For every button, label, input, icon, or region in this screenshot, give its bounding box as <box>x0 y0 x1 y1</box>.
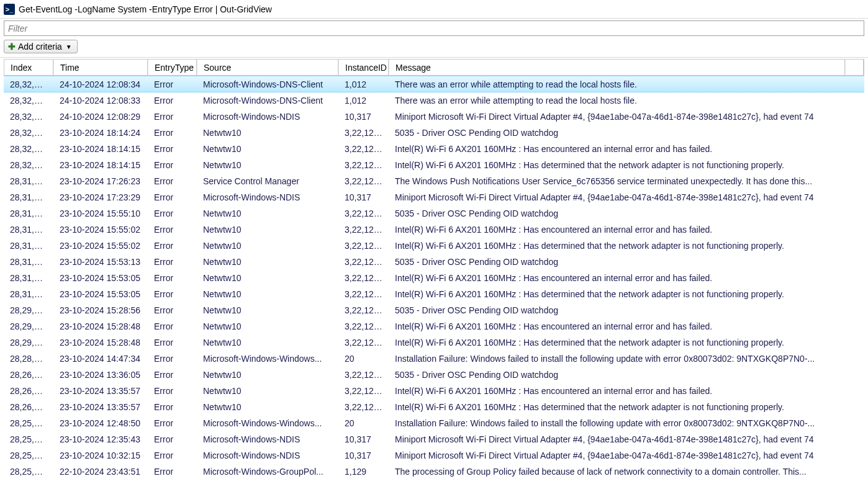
cell-time: 23-10-2024 15:55:02 <box>53 225 148 235</box>
cell-index: 28,32,578 <box>4 112 53 122</box>
cell-message: Miniport Microsoft Wi-Fi Direct Virtual … <box>389 450 864 460</box>
column-header-time[interactable]: Time <box>53 60 148 75</box>
table-row[interactable]: 28,31,38423-10-2024 15:55:10ErrorNetwtw1… <box>4 205 864 222</box>
cell-time: 23-10-2024 15:53:05 <box>53 273 148 283</box>
cell-source: Microsoft-Windows-NDIS <box>197 192 338 202</box>
column-header-source[interactable]: Source <box>197 60 338 75</box>
add-criteria-button[interactable]: ✚ Add criteria ▼ <box>4 40 78 53</box>
cell-index: 28,29,678 <box>4 305 53 315</box>
cell-time: 23-10-2024 10:32:15 <box>53 450 148 460</box>
cell-instanceid: 3,22,12,3... <box>338 273 389 283</box>
table-row[interactable]: 28,32,02823-10-2024 18:14:15ErrorNetwtw1… <box>4 141 864 157</box>
cell-source: Microsoft-Windows-Windows... <box>197 354 338 364</box>
cell-instanceid: 3,22,12,3... <box>338 257 389 267</box>
column-header-index[interactable]: Index <box>4 60 53 75</box>
cell-index: 28,26,394 <box>4 402 53 412</box>
cell-source: Netwtw10 <box>197 128 338 138</box>
table-row[interactable]: 28,31,38123-10-2024 15:55:02ErrorNetwtw1… <box>4 222 864 238</box>
table-row[interactable]: 28,32,02723-10-2024 18:14:15ErrorNetwtw1… <box>4 157 864 173</box>
grid-body: 28,32,59224-10-2024 12:08:34ErrorMicroso… <box>4 76 864 480</box>
table-row[interactable]: 28,28,14523-10-2024 14:47:34ErrorMicroso… <box>4 351 864 367</box>
table-row[interactable]: 28,25,31522-10-2024 23:43:51ErrorMicroso… <box>4 464 864 480</box>
cell-entrytype: Error <box>148 273 197 283</box>
table-row[interactable]: 28,29,67623-10-2024 15:28:48ErrorNetwtw1… <box>4 334 864 351</box>
cell-instanceid: 3,22,12,3... <box>338 402 389 412</box>
cell-message: Miniport Microsoft Wi-Fi Direct Virtual … <box>389 112 864 122</box>
table-row[interactable]: 28,32,03023-10-2024 18:14:24ErrorNetwtw1… <box>4 125 864 141</box>
chevron-down-icon: ▼ <box>66 43 72 50</box>
cell-instanceid: 3,22,12,3... <box>338 160 389 170</box>
cell-entrytype: Error <box>148 128 197 138</box>
table-row[interactable]: 28,29,67723-10-2024 15:28:48ErrorNetwtw1… <box>4 318 864 334</box>
table-row[interactable]: 28,25,35023-10-2024 10:32:15ErrorMicroso… <box>4 447 864 464</box>
table-row[interactable]: 28,31,70923-10-2024 17:26:23ErrorService… <box>4 173 864 189</box>
cell-time: 22-10-2024 23:43:51 <box>53 467 148 477</box>
cell-source: Netwtw10 <box>197 321 338 331</box>
cell-message: Installation Failure: Windows failed to … <box>389 418 864 428</box>
cell-time: 24-10-2024 12:08:33 <box>53 96 148 105</box>
column-header-entrytype[interactable]: EntryType <box>148 60 197 75</box>
cell-message: 5035 - Driver OSC Pending OID watchdog <box>389 370 864 380</box>
cell-instanceid: 3,22,12,3... <box>338 128 389 138</box>
cell-time: 23-10-2024 15:53:05 <box>53 289 148 299</box>
column-header-padding <box>845 60 864 75</box>
table-row[interactable]: 28,32,57824-10-2024 12:08:29ErrorMicroso… <box>4 109 864 125</box>
cell-time: 23-10-2024 18:14:15 <box>53 144 148 154</box>
criteria-bar: ✚ Add criteria ▼ <box>0 38 868 58</box>
cell-time: 23-10-2024 15:28:48 <box>53 338 148 347</box>
table-row[interactable]: 28,32,59224-10-2024 12:08:34ErrorMicroso… <box>4 76 864 92</box>
cell-message: 5035 - Driver OSC Pending OID watchdog <box>389 208 864 218</box>
cell-entrytype: Error <box>148 338 197 347</box>
cell-message: There was an error while attempting to r… <box>389 96 864 105</box>
cell-message: The Windows Push Notifications User Serv… <box>389 176 864 186</box>
table-row[interactable]: 28,31,19623-10-2024 15:53:05ErrorNetwtw1… <box>4 286 864 302</box>
cell-index: 28,25,734 <box>4 418 53 428</box>
table-row[interactable]: 28,29,67823-10-2024 15:28:56ErrorNetwtw1… <box>4 302 864 318</box>
cell-time: 23-10-2024 13:36:05 <box>53 370 148 380</box>
cell-instanceid: 3,22,12,3... <box>338 305 389 315</box>
cell-index: 28,32,027 <box>4 160 53 170</box>
cell-entrytype: Error <box>148 144 197 154</box>
cell-time: 23-10-2024 18:14:24 <box>53 128 148 138</box>
cell-instanceid: 10,317 <box>338 450 389 460</box>
cell-instanceid: 20 <box>338 418 389 428</box>
cell-entrytype: Error <box>148 225 197 235</box>
column-header-message[interactable]: Message <box>389 60 845 75</box>
cell-index: 28,29,676 <box>4 338 53 347</box>
cell-message: 5035 - Driver OSC Pending OID watchdog <box>389 305 864 315</box>
table-row[interactable]: 28,31,19923-10-2024 15:53:13ErrorNetwtw1… <box>4 254 864 270</box>
cell-instanceid: 10,317 <box>338 192 389 202</box>
table-row[interactable]: 28,26,39423-10-2024 13:35:57ErrorNetwtw1… <box>4 399 864 415</box>
filter-input[interactable] <box>4 20 864 36</box>
table-row[interactable]: 28,25,73423-10-2024 12:48:50ErrorMicroso… <box>4 415 864 431</box>
cell-source: Netwtw10 <box>197 402 338 412</box>
grid-header: Index Time EntryType Source InstanceID M… <box>4 59 864 76</box>
cell-index: 28,31,380 <box>4 241 53 251</box>
cell-message: Intel(R) Wi-Fi 6 AX201 160MHz : Has dete… <box>389 402 864 412</box>
table-row[interactable]: 28,31,38023-10-2024 15:55:02ErrorNetwtw1… <box>4 238 864 254</box>
table-row[interactable]: 28,26,39523-10-2024 13:35:57ErrorNetwtw1… <box>4 383 864 399</box>
cell-index: 28,31,197 <box>4 273 53 283</box>
cell-time: 23-10-2024 15:55:02 <box>53 241 148 251</box>
cell-index: 28,31,384 <box>4 208 53 218</box>
cell-index: 28,25,680 <box>4 434 53 444</box>
table-row[interactable]: 28,25,68023-10-2024 12:35:43ErrorMicroso… <box>4 431 864 447</box>
cell-index: 28,28,145 <box>4 354 53 364</box>
cell-source: Netwtw10 <box>197 257 338 267</box>
cell-message: Installation Failure: Windows failed to … <box>389 354 864 364</box>
cell-message: Intel(R) Wi-Fi 6 AX201 160MHz : Has dete… <box>389 289 864 299</box>
cell-instanceid: 3,22,12,3... <box>338 208 389 218</box>
cell-index: 28,31,709 <box>4 176 53 186</box>
cell-index: 28,26,399 <box>4 370 53 380</box>
table-row[interactable]: 28,31,67623-10-2024 17:23:29ErrorMicroso… <box>4 189 864 205</box>
cell-instanceid: 3,22,12,3... <box>338 321 389 331</box>
table-row[interactable]: 28,31,19723-10-2024 15:53:05ErrorNetwtw1… <box>4 270 864 286</box>
cell-index: 28,32,589 <box>4 96 53 105</box>
cell-source: Microsoft-Windows-GroupPol... <box>197 467 338 477</box>
column-header-instanceid[interactable]: InstanceID <box>338 60 389 75</box>
table-row[interactable]: 28,26,39923-10-2024 13:36:05ErrorNetwtw1… <box>4 367 864 383</box>
table-row[interactable]: 28,32,58924-10-2024 12:08:33ErrorMicroso… <box>4 92 864 109</box>
cell-source: Netwtw10 <box>197 273 338 283</box>
cell-message: Intel(R) Wi-Fi 6 AX201 160MHz : Has enco… <box>389 144 864 154</box>
cell-message: Intel(R) Wi-Fi 6 AX201 160MHz : Has enco… <box>389 273 864 283</box>
